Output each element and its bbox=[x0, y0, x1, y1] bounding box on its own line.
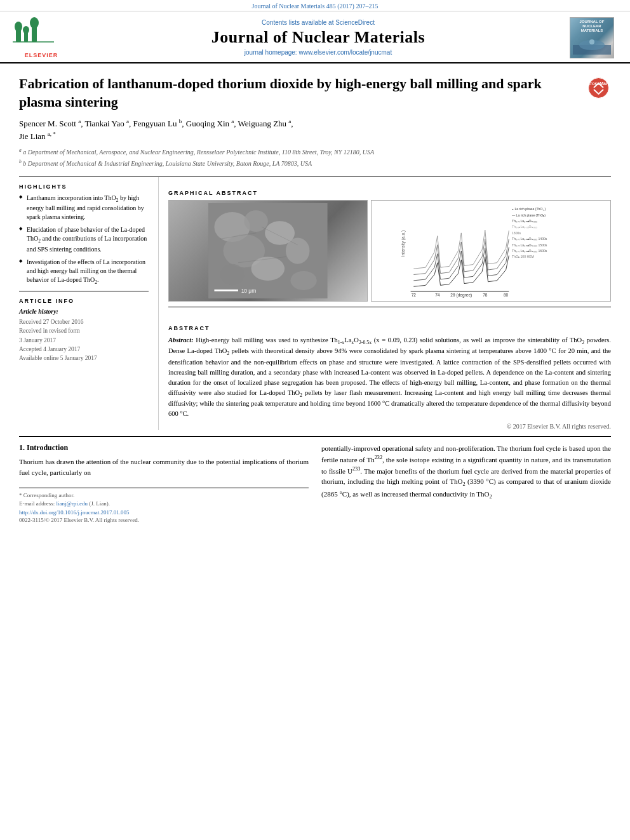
graphical-abstract: GRAPHICAL ABSTRACT bbox=[168, 177, 611, 302]
svg-text:Th₀.₇₇La₀.₂₃O₁.₈₉₅: Th₀.₇₇La₀.₂₃O₁.₈₉₅ bbox=[512, 219, 537, 223]
sem-photo-svg: 10 μm bbox=[171, 203, 365, 298]
bottom-right: potentially-improved operational safety … bbox=[321, 443, 611, 523]
journal-thumb-image: JOURNAL OFNUCLEARMATERIALS bbox=[570, 17, 614, 58]
xrd-chart: ⬥ La rich phase (ThO₂) — La rich plane (… bbox=[371, 200, 611, 302]
svg-rect-24 bbox=[214, 289, 238, 291]
article-title-section: Fabrication of lanthanum-doped thorium d… bbox=[19, 70, 611, 111]
highlight-item-1: Lanthanum incorporation into ThO2 by hig… bbox=[19, 194, 149, 222]
journal-homepage: journal homepage: www.elsevier.com/locat… bbox=[70, 49, 566, 56]
copyright: © 2017 Elsevier B.V. All rights reserved… bbox=[168, 423, 611, 430]
thumb-graphic-icon bbox=[573, 36, 611, 55]
top-ref-bar: Journal of Nuclear Materials 485 (2017) … bbox=[0, 0, 630, 11]
svg-text:10 μm: 10 μm bbox=[241, 287, 257, 293]
science-direct-link[interactable]: ScienceDirect bbox=[335, 19, 375, 26]
homepage-url[interactable]: www.elsevier.com/locate/jnucmat bbox=[298, 49, 392, 56]
full-width-section: 1. Introduction Thorium has drawn the at… bbox=[19, 436, 611, 523]
intro-heading: 1. Introduction bbox=[19, 443, 309, 453]
svg-point-19 bbox=[220, 263, 245, 285]
issn-line: 0022-3115/© 2017 Elsevier B.V. All right… bbox=[19, 517, 309, 523]
svg-point-5 bbox=[30, 17, 39, 29]
main-content: Fabrication of lanthanum-doped thorium d… bbox=[0, 63, 630, 530]
svg-text:ThO₂ 100 HEM: ThO₂ 100 HEM bbox=[512, 255, 534, 258]
bottom-two-col: 1. Introduction Thorium has drawn the at… bbox=[19, 443, 611, 523]
svg-text:72: 72 bbox=[411, 293, 416, 297]
left-column: HIGHLIGHTS Lanthanum incorporation into … bbox=[19, 177, 159, 430]
received-date: Received 27 October 2016 bbox=[19, 317, 149, 326]
elsevier-label: ELSEVIER bbox=[13, 52, 70, 58]
article-title: Fabrication of lanthanum-doped thorium d… bbox=[19, 75, 579, 111]
svg-point-9 bbox=[589, 39, 594, 44]
graphical-abstract-heading: GRAPHICAL ABSTRACT bbox=[168, 190, 611, 196]
highlights-list: Lanthanum incorporation into ThO2 by hig… bbox=[19, 194, 149, 286]
col-divider-2 bbox=[168, 307, 611, 307]
abstract-label: Abstract: bbox=[168, 337, 194, 343]
page-wrapper: Journal of Nuclear Materials 485 (2017) … bbox=[0, 0, 630, 840]
abstract-heading: ABSTRACT bbox=[168, 325, 611, 331]
svg-text:78: 78 bbox=[483, 293, 488, 297]
affiliation-b: b b Department of Mechanical & Industria… bbox=[19, 158, 611, 168]
right-column: GRAPHICAL ABSTRACT bbox=[159, 177, 611, 430]
contents-available: Contents lists available at ScienceDirec… bbox=[70, 19, 566, 26]
svg-text:80: 80 bbox=[504, 293, 509, 297]
crossmark: CrossMark bbox=[586, 75, 611, 100]
abstract-text: Abstract: High-energy ball milling was u… bbox=[168, 335, 611, 419]
svg-text:Th₀.₇₇La₀.₂₃O₁.₈₉₅ 1500s: Th₀.₇₇La₀.₂₃O₁.₈₉₅ 1500s bbox=[512, 243, 547, 246]
svg-text:Intensity (a.u.): Intensity (a.u.) bbox=[401, 230, 406, 256]
footer-divider bbox=[19, 488, 309, 488]
article-info-heading: ARTICLE INFO bbox=[19, 298, 149, 304]
affiliation-a: a a Department of Mechanical, Aerospace,… bbox=[19, 147, 611, 157]
article-history-label: Article history: bbox=[19, 308, 149, 315]
available-date: Available online 5 January 2017 bbox=[19, 354, 149, 363]
svg-point-3 bbox=[23, 26, 29, 34]
journal-header: ELSEVIER Contents lists available at Sci… bbox=[0, 11, 630, 63]
two-column-section: HIGHLIGHTS Lanthanum incorporation into … bbox=[19, 177, 611, 430]
sem-photo: 10 μm bbox=[168, 200, 368, 302]
doi-link[interactable]: http://dx.doi.org/10.1016/j.jnucmat.2017… bbox=[19, 509, 309, 516]
crossmark-icon: CrossMark bbox=[587, 77, 610, 99]
svg-text:Th₀.₉₁La₀.₀₉O₁.₉₅₅: Th₀.₉₁La₀.₀₉O₁.₉₅₅ bbox=[512, 225, 537, 229]
elsevier-logo: ELSEVIER bbox=[13, 17, 70, 58]
svg-text:— La rich plane (ThO₂): — La rich plane (ThO₂) bbox=[512, 213, 546, 217]
abstract-section: ABSTRACT Abstract: High-energy ball mill… bbox=[168, 312, 611, 430]
email-line: E-mail address: lianj@rpi.edu (J. Lian). bbox=[19, 500, 309, 507]
svg-rect-2 bbox=[24, 32, 28, 42]
elsevier-graphic-icon bbox=[13, 17, 57, 47]
svg-text:2θ (degree): 2θ (degree) bbox=[450, 293, 472, 298]
article-info: ARTICLE INFO Article history: Received 2… bbox=[19, 298, 149, 363]
corresponding-note: * Corresponding author. bbox=[19, 492, 309, 498]
svg-point-14 bbox=[244, 210, 268, 232]
svg-text:1300s: 1300s bbox=[512, 230, 521, 234]
svg-text:74: 74 bbox=[435, 293, 440, 297]
svg-text:⬥ La rich phase (ThO₂): ⬥ La rich phase (ThO₂) bbox=[512, 207, 546, 211]
xrd-svg: ⬥ La rich phase (ThO₂) — La rich plane (… bbox=[374, 203, 608, 298]
bottom-left: 1. Introduction Thorium has drawn the at… bbox=[19, 443, 309, 523]
intro-text-left: Thorium has drawn the attention of the n… bbox=[19, 457, 309, 478]
affiliations: a a Department of Mechanical, Aerospace,… bbox=[19, 147, 611, 169]
highlight-item-2: Elucidation of phase behavior of the La-… bbox=[19, 225, 149, 254]
journal-title: Journal of Nuclear Materials bbox=[70, 28, 566, 47]
email-link[interactable]: lianj@rpi.edu bbox=[56, 500, 88, 507]
received-revised-date: 3 January 2017 bbox=[19, 336, 149, 345]
svg-text:Th₀.₇₇La₀.₂₃O₁.₈₉₅ 1400s: Th₀.₇₇La₀.₂₃O₁.₈₉₅ 1400s bbox=[512, 237, 547, 241]
svg-rect-26 bbox=[401, 203, 580, 298]
authors: Spencer M. Scott a, Tiankai Yao a, Fengy… bbox=[19, 117, 611, 143]
received-revised-label: Received in revised form bbox=[19, 326, 149, 335]
graphical-abstract-image: 10 μm ⬥ La rich phase (ThO₂) — bbox=[168, 200, 611, 302]
highlight-item-3: Investigation of the effects of La incor… bbox=[19, 258, 149, 286]
intro-text-right: potentially-improved operational safety … bbox=[321, 443, 611, 502]
accepted-date: Accepted 4 January 2017 bbox=[19, 345, 149, 354]
svg-point-20 bbox=[290, 270, 316, 290]
svg-text:Th₀.₇₇La₀.₂₃O₁.₈₉₅ 1600s: Th₀.₇₇La₀.₂₃O₁.₈₉₅ 1600s bbox=[512, 248, 547, 252]
top-ref-text: Journal of Nuclear Materials 485 (2017) … bbox=[252, 3, 379, 10]
svg-point-17 bbox=[286, 237, 310, 263]
journal-thumbnail: JOURNAL OFNUCLEARMATERIALS bbox=[566, 17, 617, 58]
highlights-heading: HIGHLIGHTS bbox=[19, 183, 149, 190]
col-divider-1 bbox=[19, 291, 149, 291]
journal-center: Contents lists available at ScienceDirec… bbox=[70, 19, 566, 56]
svg-point-1 bbox=[15, 22, 22, 32]
author-name: Spencer M. Scott bbox=[19, 119, 78, 129]
